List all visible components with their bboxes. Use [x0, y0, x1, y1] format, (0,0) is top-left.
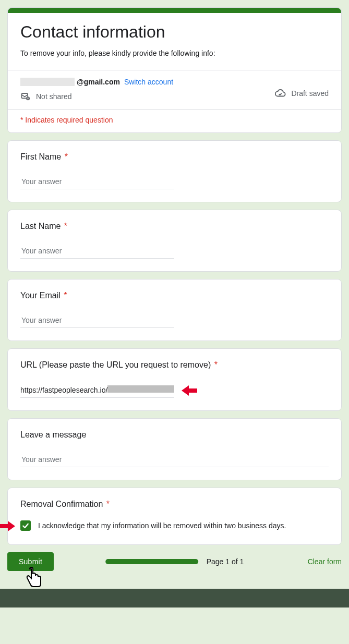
question-email: Your Email *	[7, 279, 342, 341]
accent-bar	[8, 8, 341, 13]
url-value-visible: https://fastpeoplesearch.io/	[20, 386, 107, 394]
first-name-label: First Name	[20, 152, 61, 161]
last-name-input[interactable]	[20, 245, 174, 259]
account-email: @gmail.com Switch account	[20, 78, 173, 86]
confirmation-option-label: I acknowledge that my information will b…	[38, 521, 286, 530]
not-shared-icon	[20, 91, 31, 102]
question-confirmation: Removal Confirmation * I acknowledge tha…	[7, 488, 342, 545]
url-label: URL (Please paste the URL you request to…	[20, 360, 211, 369]
question-first-name: First Name *	[7, 140, 342, 202]
first-name-input[interactable]	[20, 175, 174, 189]
annotation-arrow-left-icon	[182, 387, 197, 394]
message-input[interactable]	[20, 453, 329, 467]
confirmation-label: Removal Confirmation	[20, 500, 103, 508]
url-value-redacted	[107, 385, 174, 393]
message-label: Leave a message	[20, 430, 86, 439]
form-description: To remove your info, please kindly provi…	[20, 49, 329, 57]
question-url: URL (Please paste the URL you request to…	[7, 348, 342, 411]
form-footer: Submit Page 1 of 1 Clear form	[0, 552, 349, 578]
draft-saved-label: Draft saved	[291, 89, 329, 98]
not-shared-label: Not shared	[36, 92, 71, 101]
email-label: Your Email	[20, 291, 61, 300]
email-redacted	[20, 78, 75, 86]
email-input[interactable]	[20, 314, 174, 328]
form-title: Contact information	[20, 22, 329, 42]
question-message: Leave a message	[7, 418, 342, 480]
last-name-label: Last Name	[20, 222, 61, 230]
required-asterisk: *	[64, 291, 67, 300]
progress-bar	[105, 559, 198, 564]
required-asterisk: *	[106, 500, 110, 508]
question-last-name: Last Name *	[7, 210, 342, 272]
required-asterisk: *	[214, 360, 218, 369]
cloud-saved-icon	[274, 88, 286, 99]
required-asterisk: *	[65, 152, 68, 161]
required-indicator-note: * Indicates required question	[8, 110, 341, 132]
url-input[interactable]: https://fastpeoplesearch.io/	[20, 383, 174, 398]
clear-form-link[interactable]: Clear form	[308, 557, 342, 566]
confirmation-checkbox[interactable]	[20, 520, 31, 531]
submit-button[interactable]: Submit	[7, 552, 54, 571]
required-asterisk: *	[64, 222, 67, 230]
annotation-arrow-right-icon	[0, 523, 15, 530]
email-domain: @gmail.com	[77, 78, 120, 86]
form-header-card: Contact information To remove your info,…	[7, 7, 342, 133]
page-footer-band	[0, 589, 349, 607]
svg-point-2	[28, 98, 29, 99]
switch-account-link[interactable]: Switch account	[124, 78, 173, 86]
page-indicator: Page 1 of 1	[207, 557, 244, 566]
